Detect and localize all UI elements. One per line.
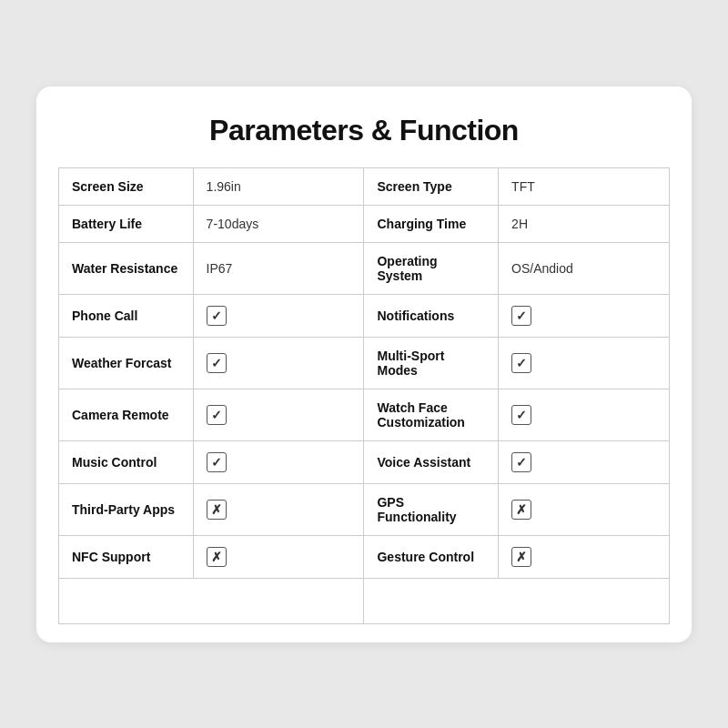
row-4-right-value [499, 337, 670, 389]
check-yes-icon [511, 353, 531, 373]
table-row-8: NFC SupportGesture Control [59, 535, 670, 578]
row-7-left-value [193, 483, 364, 535]
check-yes-icon [207, 405, 227, 425]
table-row-7: Third-Party AppsGPS Functionality [59, 483, 670, 535]
check-yes-icon [207, 452, 227, 472]
row-1-left-label: Battery Life [59, 205, 194, 242]
row-3-right-label: Notifications [364, 294, 499, 337]
row-6-left-label: Music Control [59, 440, 194, 483]
row-0-left-label: Screen Size [59, 167, 194, 205]
row-8-right-value [499, 535, 670, 578]
row-0-right-value: TFT [499, 167, 670, 205]
row-6-right-label: Voice Assistant [364, 440, 499, 483]
check-yes-icon [511, 306, 531, 326]
row-8-right-label: Gesture Control [364, 535, 499, 578]
row-6-left-value [193, 440, 364, 483]
row-2-left-label: Water Resistance [59, 242, 194, 294]
row-4-left-label: Weather Forcast [59, 337, 194, 389]
empty-left [59, 578, 364, 623]
row-5-right-value [499, 389, 670, 440]
table-row-4: Weather ForcastMulti-Sport Modes [59, 337, 670, 389]
table-row-0: Screen Size1.96inScreen TypeTFT [59, 167, 670, 205]
row-3-left-label: Phone Call [59, 294, 194, 337]
row-8-left-label: NFC Support [59, 535, 194, 578]
check-yes-icon [511, 452, 531, 472]
row-3-left-value [193, 294, 364, 337]
row-7-right-value [499, 483, 670, 535]
row-8-left-value [193, 535, 364, 578]
row-7-left-label: Third-Party Apps [59, 483, 194, 535]
check-no-icon [207, 500, 227, 520]
empty-right [364, 578, 670, 623]
row-1-right-label: Charging Time [364, 205, 499, 242]
row-2-right-label: Operating System [364, 242, 499, 294]
table-row-9 [59, 578, 670, 623]
check-yes-icon [207, 306, 227, 326]
table-row-5: Camera RemoteWatch Face Customization [59, 389, 670, 440]
row-5-right-label: Watch Face Customization [364, 389, 499, 440]
row-6-right-value [499, 440, 670, 483]
params-table: Screen Size1.96inScreen TypeTFTBattery L… [58, 167, 670, 624]
row-0-right-label: Screen Type [364, 167, 499, 205]
table-row-6: Music ControlVoice Assistant [59, 440, 670, 483]
row-5-left-value [193, 389, 364, 440]
check-yes-icon [207, 353, 227, 373]
row-1-left-value: 7-10days [193, 205, 364, 242]
page-title: Parameters & Function [58, 114, 670, 147]
check-yes-icon [511, 405, 531, 425]
check-no-icon [511, 547, 531, 567]
card: Parameters & Function Screen Size1.96inS… [36, 86, 692, 642]
row-5-left-label: Camera Remote [59, 389, 194, 440]
row-4-right-label: Multi-Sport Modes [364, 337, 499, 389]
row-3-right-value [499, 294, 670, 337]
table-row-3: Phone CallNotifications [59, 294, 670, 337]
row-0-left-value: 1.96in [193, 167, 364, 205]
check-no-icon [207, 547, 227, 567]
row-4-left-value [193, 337, 364, 389]
table-row-1: Battery Life7-10daysCharging Time2H [59, 205, 670, 242]
row-1-right-value: 2H [499, 205, 670, 242]
row-7-right-label: GPS Functionality [364, 483, 499, 535]
row-2-left-value: IP67 [193, 242, 364, 294]
row-2-right-value: OS/Andiod [499, 242, 670, 294]
check-no-icon [511, 500, 531, 520]
table-row-2: Water ResistanceIP67Operating SystemOS/A… [59, 242, 670, 294]
